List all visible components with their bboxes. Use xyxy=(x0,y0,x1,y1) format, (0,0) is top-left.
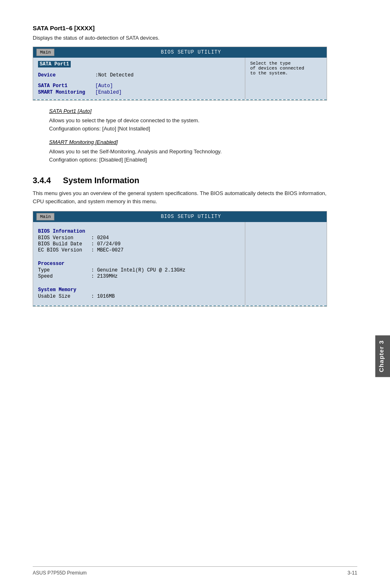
processor-speed-key: Speed xyxy=(38,274,91,279)
sub-text-sata-port1-line1: Allows you to select the type of device … xyxy=(49,117,327,125)
bios-row-sata-port1: SATA Port1 xyxy=(38,61,240,67)
smart-value: [Enabled] xyxy=(95,90,122,95)
sub-text-sata-port1-line2: Configuration options: [Auto] [Not Insta… xyxy=(49,125,327,133)
processor-speed-row: Speed : 2139MHz xyxy=(38,274,240,279)
sata-section-desc: Displays the status of auto-detection of… xyxy=(33,35,327,41)
bios-header-title-sata: BIOS SETUP UTILITY xyxy=(58,49,323,55)
bios-row-sata-option: SATA Port1 [Auto] xyxy=(38,83,240,89)
bios-divider-sysinfo xyxy=(33,305,327,306)
chapter-tab: Chapter 3 xyxy=(375,335,390,377)
bios-version-val: : 0204 xyxy=(91,235,109,241)
sata-section-title: SATA Port1–6 [XXXX] xyxy=(33,25,327,31)
bios-info-right xyxy=(245,222,327,305)
sub-text-smart-line2: Configration options: [Disabled] [Enable… xyxy=(49,156,327,164)
sata-port1-label[interactable]: SATA Port1 xyxy=(38,61,71,67)
sub-title-smart: SMART Monitoring [Enabled] xyxy=(49,139,327,145)
device-label: Device xyxy=(38,72,95,78)
bios-build-val: : 07/24/09 xyxy=(91,241,121,247)
bios-header-title-sysinfo: BIOS SETUP UTILITY xyxy=(58,214,323,220)
bios-main-tab-sysinfo[interactable]: Main xyxy=(36,213,54,220)
sub-section-sata-port1: SATA Port1 [Auto] Allows you to select t… xyxy=(33,108,327,132)
usable-size-val: : 1016MB xyxy=(91,294,115,299)
bios-row-smart: SMART Monitoring [Enabled] xyxy=(38,90,240,95)
footer-right: 3-11 xyxy=(347,570,357,576)
bios-left-sata: SATA Port1 Device :Not Detected SATA Por… xyxy=(33,58,245,99)
bios-divider-sata xyxy=(33,99,327,100)
bios-header-sysinfo: Main BIOS SETUP UTILITY xyxy=(33,211,327,222)
bios-row-device: Device :Not Detected xyxy=(38,72,240,78)
device-value: :Not Detected xyxy=(95,72,134,78)
bios-memory-group-title: System Memory xyxy=(38,287,240,293)
system-info-desc: This menu gives you an overview of the g… xyxy=(33,189,327,205)
footer-left: ASUS P7P55D Premium xyxy=(33,570,87,576)
bios-processor-group-title: Processor xyxy=(38,261,240,267)
usable-size-row: Usable Size : 1016MB xyxy=(38,294,240,299)
ec-bios-key: EC BIOS Version xyxy=(38,247,91,253)
ec-bios-val: : MBEC-0027 xyxy=(91,247,123,253)
bios-info-left: BIOS Information BIOS Version : 0204 BIO… xyxy=(33,222,245,305)
sata-option-label: SATA Port1 xyxy=(38,83,95,89)
processor-speed-val: : 2139MHz xyxy=(91,274,118,279)
bios-build-row: BIOS Build Date : 07/24/09 xyxy=(38,241,240,247)
bios-box-sata: Main BIOS SETUP UTILITY SATA Port1 Devic… xyxy=(33,47,327,101)
section-number: 3.4.4 xyxy=(33,176,51,185)
sata-option-value: [Auto] xyxy=(95,83,113,89)
bios-header-sata: Main BIOS SETUP UTILITY xyxy=(33,47,327,58)
processor-type-key: Type xyxy=(38,267,91,273)
bios-version-row: BIOS Version : 0204 xyxy=(38,235,240,241)
page-footer: ASUS P7P55D Premium 3-11 xyxy=(33,566,357,576)
processor-type-row: Type : Genuine Intel(R) CPU @ 2.13GHz xyxy=(38,267,240,273)
system-info-section-title: 3.4.4 System Information xyxy=(33,176,327,185)
processor-type-val: : Genuine Intel(R) CPU @ 2.13GHz xyxy=(91,267,185,273)
bios-build-key: BIOS Build Date xyxy=(38,241,91,247)
section-title-text: System Information xyxy=(63,176,139,185)
usable-size-key: Usable Size xyxy=(38,294,91,299)
bios-version-key: BIOS Version xyxy=(38,235,91,241)
bios-info-group1-title: BIOS Information xyxy=(38,229,240,234)
bios-body-sata: SATA Port1 Device :Not Detected SATA Por… xyxy=(33,58,327,99)
ec-bios-row: EC BIOS Version : MBEC-0027 xyxy=(38,247,240,253)
bios-right-sata: Select the type of devices connected to … xyxy=(245,58,327,99)
sub-title-sata-port1: SATA Port1 [Auto] xyxy=(49,108,327,114)
bios-body-sysinfo: BIOS Information BIOS Version : 0204 BIO… xyxy=(33,222,327,305)
bios-box-sysinfo: Main BIOS SETUP UTILITY BIOS Information… xyxy=(33,211,327,307)
sub-text-smart-line1: Allows you to set the Self-Monitoring, A… xyxy=(49,148,327,156)
sata-help-text: Select the type of devices connected to … xyxy=(250,61,304,76)
sub-section-smart: SMART Monitoring [Enabled] Allows you to… xyxy=(33,139,327,164)
bios-main-tab-sata[interactable]: Main xyxy=(36,49,54,56)
smart-label: SMART Monitoring xyxy=(38,90,95,95)
